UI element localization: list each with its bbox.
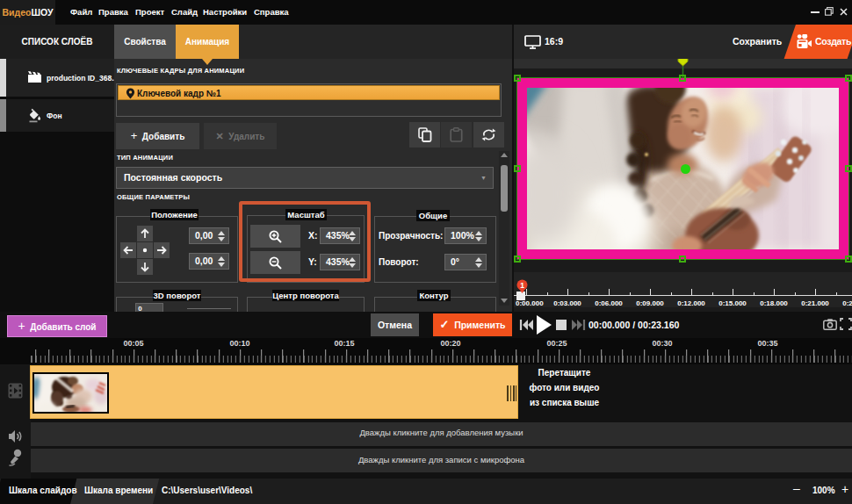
svg-text:1: 1	[520, 281, 524, 290]
